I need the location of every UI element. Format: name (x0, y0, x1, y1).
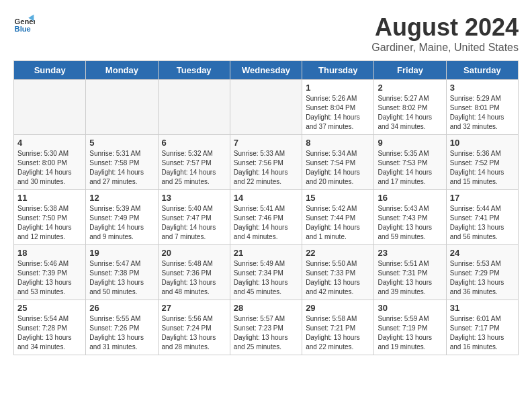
day-number: 2 (378, 83, 442, 93)
day-info: Sunrise: 5:57 AM Sunset: 7:23 PM Dayligh… (234, 314, 298, 352)
calendar-cell: 18 Sunrise: 5:46 AM Sunset: 7:39 PM Dayl… (14, 245, 86, 300)
calendar-cell (86, 80, 158, 135)
calendar-cell: 3 Sunrise: 5:29 AM Sunset: 8:01 PM Dayli… (446, 80, 518, 135)
calendar-cell: 8 Sunrise: 5:34 AM Sunset: 7:54 PM Dayli… (302, 135, 374, 190)
day-number: 6 (162, 138, 226, 148)
day-info: Sunrise: 5:38 AM Sunset: 7:50 PM Dayligh… (17, 204, 82, 242)
day-info: Sunrise: 5:55 AM Sunset: 7:26 PM Dayligh… (89, 314, 154, 352)
day-info: Sunrise: 5:36 AM Sunset: 7:52 PM Dayligh… (450, 149, 515, 187)
day-number: 29 (306, 303, 370, 313)
calendar-cell: 29 Sunrise: 5:58 AM Sunset: 7:21 PM Dayl… (302, 300, 374, 355)
calendar-cell: 5 Sunrise: 5:31 AM Sunset: 7:58 PM Dayli… (86, 135, 158, 190)
calendar-cell: 1 Sunrise: 5:26 AM Sunset: 8:04 PM Dayli… (302, 80, 374, 135)
day-number: 25 (17, 303, 82, 313)
calendar-table: SundayMondayTuesdayWednesdayThursdayFrid… (13, 60, 519, 355)
calendar-cell: 25 Sunrise: 5:54 AM Sunset: 7:28 PM Dayl… (14, 300, 86, 355)
day-number: 28 (234, 303, 298, 313)
day-number: 26 (89, 303, 154, 313)
day-number: 11 (17, 193, 82, 203)
day-number: 16 (378, 193, 442, 203)
day-info: Sunrise: 5:53 AM Sunset: 7:29 PM Dayligh… (450, 259, 515, 297)
day-number: 1 (306, 83, 370, 93)
day-header-wednesday: Wednesday (230, 61, 302, 80)
svg-text:Blue: Blue (15, 25, 31, 33)
day-info: Sunrise: 5:48 AM Sunset: 7:36 PM Dayligh… (162, 259, 226, 297)
calendar-cell: 31 Sunrise: 6:01 AM Sunset: 7:17 PM Dayl… (446, 300, 518, 355)
day-info: Sunrise: 5:56 AM Sunset: 7:24 PM Dayligh… (162, 314, 226, 352)
day-info: Sunrise: 5:30 AM Sunset: 8:00 PM Dayligh… (17, 149, 82, 187)
day-number: 27 (162, 303, 226, 313)
calendar-cell: 15 Sunrise: 5:42 AM Sunset: 7:44 PM Dayl… (302, 190, 374, 245)
day-number: 5 (89, 138, 154, 148)
day-header-tuesday: Tuesday (158, 61, 230, 80)
calendar-header-row: SundayMondayTuesdayWednesdayThursdayFrid… (14, 61, 519, 80)
calendar-cell: 13 Sunrise: 5:40 AM Sunset: 7:47 PM Dayl… (158, 190, 230, 245)
calendar-week-row: 1 Sunrise: 5:26 AM Sunset: 8:04 PM Dayli… (14, 80, 519, 135)
day-info: Sunrise: 5:35 AM Sunset: 7:53 PM Dayligh… (378, 149, 442, 187)
day-info: Sunrise: 5:43 AM Sunset: 7:43 PM Dayligh… (378, 204, 442, 242)
day-info: Sunrise: 5:44 AM Sunset: 7:41 PM Dayligh… (450, 204, 515, 242)
calendar-cell: 10 Sunrise: 5:36 AM Sunset: 7:52 PM Dayl… (446, 135, 518, 190)
calendar-cell: 14 Sunrise: 5:41 AM Sunset: 7:46 PM Dayl… (230, 190, 302, 245)
day-number: 22 (306, 248, 370, 258)
day-info: Sunrise: 5:40 AM Sunset: 7:47 PM Dayligh… (162, 204, 226, 242)
calendar-cell: 17 Sunrise: 5:44 AM Sunset: 7:41 PM Dayl… (446, 190, 518, 245)
calendar-cell: 19 Sunrise: 5:47 AM Sunset: 7:38 PM Dayl… (86, 245, 158, 300)
day-number: 10 (450, 138, 515, 148)
calendar-cell (158, 80, 230, 135)
day-header-monday: Monday (86, 61, 158, 80)
calendar-cell: 2 Sunrise: 5:27 AM Sunset: 8:02 PM Dayli… (374, 80, 446, 135)
day-number: 20 (162, 248, 226, 258)
day-info: Sunrise: 5:51 AM Sunset: 7:31 PM Dayligh… (378, 259, 442, 297)
day-number: 8 (306, 138, 370, 148)
calendar-cell: 7 Sunrise: 5:33 AM Sunset: 7:56 PM Dayli… (230, 135, 302, 190)
day-info: Sunrise: 5:31 AM Sunset: 7:58 PM Dayligh… (89, 149, 154, 187)
day-number: 14 (234, 193, 298, 203)
calendar-cell: 16 Sunrise: 5:43 AM Sunset: 7:43 PM Dayl… (374, 190, 446, 245)
calendar-cell (230, 80, 302, 135)
day-info: Sunrise: 5:46 AM Sunset: 7:39 PM Dayligh… (17, 259, 82, 297)
logo-icon: General Blue (13, 13, 35, 35)
calendar-week-row: 11 Sunrise: 5:38 AM Sunset: 7:50 PM Dayl… (14, 190, 519, 245)
calendar-cell: 24 Sunrise: 5:53 AM Sunset: 7:29 PM Dayl… (446, 245, 518, 300)
day-number: 12 (89, 193, 154, 203)
day-number: 3 (450, 83, 515, 93)
day-info: Sunrise: 5:49 AM Sunset: 7:34 PM Dayligh… (234, 259, 298, 297)
calendar-cell: 30 Sunrise: 5:59 AM Sunset: 7:19 PM Dayl… (374, 300, 446, 355)
day-number: 4 (17, 138, 82, 148)
day-info: Sunrise: 5:47 AM Sunset: 7:38 PM Dayligh… (89, 259, 154, 297)
calendar-cell: 23 Sunrise: 5:51 AM Sunset: 7:31 PM Dayl… (374, 245, 446, 300)
day-info: Sunrise: 6:01 AM Sunset: 7:17 PM Dayligh… (450, 314, 515, 352)
day-number: 18 (17, 248, 82, 258)
day-number: 9 (378, 138, 442, 148)
calendar-week-row: 4 Sunrise: 5:30 AM Sunset: 8:00 PM Dayli… (14, 135, 519, 190)
day-info: Sunrise: 5:33 AM Sunset: 7:56 PM Dayligh… (234, 149, 298, 187)
calendar-week-row: 25 Sunrise: 5:54 AM Sunset: 7:28 PM Dayl… (14, 300, 519, 355)
day-info: Sunrise: 5:42 AM Sunset: 7:44 PM Dayligh… (306, 204, 370, 242)
main-title: August 2024 (371, 13, 519, 42)
day-number: 21 (234, 248, 298, 258)
calendar-body: 1 Sunrise: 5:26 AM Sunset: 8:04 PM Dayli… (14, 80, 519, 355)
day-info: Sunrise: 5:27 AM Sunset: 8:02 PM Dayligh… (378, 94, 442, 132)
subtitle: Gardiner, Maine, United States (371, 42, 519, 54)
day-header-friday: Friday (374, 61, 446, 80)
calendar-cell: 11 Sunrise: 5:38 AM Sunset: 7:50 PM Dayl… (14, 190, 86, 245)
day-info: Sunrise: 5:32 AM Sunset: 7:57 PM Dayligh… (162, 149, 226, 187)
calendar-cell: 27 Sunrise: 5:56 AM Sunset: 7:24 PM Dayl… (158, 300, 230, 355)
calendar-cell: 20 Sunrise: 5:48 AM Sunset: 7:36 PM Dayl… (158, 245, 230, 300)
day-number: 17 (450, 193, 515, 203)
day-info: Sunrise: 5:59 AM Sunset: 7:19 PM Dayligh… (378, 314, 442, 352)
day-number: 23 (378, 248, 442, 258)
logo: General Blue (13, 13, 35, 35)
day-info: Sunrise: 5:54 AM Sunset: 7:28 PM Dayligh… (17, 314, 82, 352)
day-info: Sunrise: 5:26 AM Sunset: 8:04 PM Dayligh… (306, 94, 370, 132)
calendar-cell: 12 Sunrise: 5:39 AM Sunset: 7:49 PM Dayl… (86, 190, 158, 245)
calendar-cell: 6 Sunrise: 5:32 AM Sunset: 7:57 PM Dayli… (158, 135, 230, 190)
calendar-cell: 21 Sunrise: 5:49 AM Sunset: 7:34 PM Dayl… (230, 245, 302, 300)
day-header-thursday: Thursday (302, 61, 374, 80)
calendar-cell: 26 Sunrise: 5:55 AM Sunset: 7:26 PM Dayl… (86, 300, 158, 355)
day-number: 24 (450, 248, 515, 258)
day-info: Sunrise: 5:29 AM Sunset: 8:01 PM Dayligh… (450, 94, 515, 132)
calendar-week-row: 18 Sunrise: 5:46 AM Sunset: 7:39 PM Dayl… (14, 245, 519, 300)
calendar-cell: 22 Sunrise: 5:50 AM Sunset: 7:33 PM Dayl… (302, 245, 374, 300)
